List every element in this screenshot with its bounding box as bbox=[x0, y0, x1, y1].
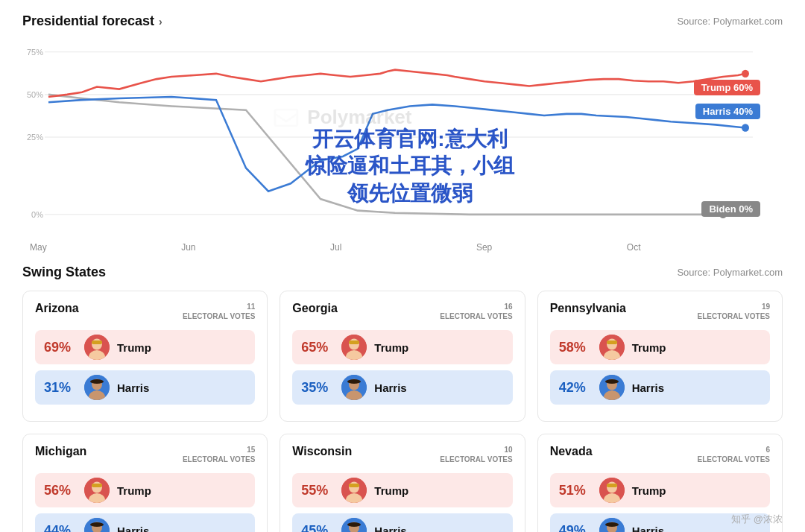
x-axis-labels: May Jun Jul Sep Oct bbox=[22, 242, 783, 253]
trump-name: Trump bbox=[374, 341, 408, 354]
trump-avatar bbox=[599, 335, 625, 360]
biden-legend: Biden 0% bbox=[701, 201, 760, 217]
svg-rect-27 bbox=[347, 379, 361, 384]
trump-name: Trump bbox=[117, 341, 151, 354]
state-card-header: Michigan 15 ELECTORAL VOTES bbox=[35, 445, 255, 464]
trump-avatar bbox=[84, 335, 110, 360]
harris-row: 31% Harris bbox=[35, 370, 255, 405]
state-card-michigan: Michigan 15 ELECTORAL VOTES 56% Trump 44… bbox=[22, 434, 268, 532]
state-card-header: Arizona 11 ELECTORAL VOTES bbox=[35, 302, 255, 321]
trump-row: 51% Trump bbox=[550, 473, 770, 507]
svg-rect-43 bbox=[90, 522, 104, 527]
harris-pct: 49% bbox=[559, 523, 592, 533]
x-label-oct: Oct bbox=[627, 242, 641, 253]
trump-pct: 65% bbox=[301, 340, 334, 355]
x-label-jun: Jun bbox=[181, 242, 195, 253]
svg-point-9 bbox=[742, 124, 749, 131]
harris-avatar bbox=[599, 375, 625, 400]
svg-point-8 bbox=[742, 70, 749, 77]
swing-source: Source: Polymarket.com bbox=[677, 267, 783, 278]
forecast-title[interactable]: Presidential forecast › bbox=[22, 13, 162, 29]
header-row: Presidential forecast › Source: Polymark… bbox=[22, 13, 783, 29]
harris-name: Harris bbox=[632, 525, 664, 533]
harris-avatar bbox=[599, 518, 625, 532]
trump-name: Trump bbox=[632, 484, 666, 497]
harris-name: Harris bbox=[632, 381, 664, 394]
harris-pct: 31% bbox=[44, 380, 77, 396]
svg-rect-39 bbox=[92, 484, 102, 487]
state-card-header: Pennsylvania 19 ELECTORAL VOTES bbox=[550, 302, 770, 321]
svg-rect-35 bbox=[605, 379, 619, 384]
harris-name: Harris bbox=[117, 525, 149, 533]
trump-row: 58% Trump bbox=[550, 330, 770, 364]
harris-row: 44% Harris bbox=[35, 513, 255, 532]
electoral-votes: 19 ELECTORAL VOTES bbox=[698, 302, 770, 321]
harris-avatar bbox=[84, 518, 110, 532]
state-card-header: Georgia 16 ELECTORAL VOTES bbox=[292, 302, 512, 321]
trump-row: 56% Trump bbox=[35, 473, 255, 507]
svg-rect-19 bbox=[90, 379, 104, 384]
electoral-votes: 10 ELECTORAL VOTES bbox=[440, 445, 512, 464]
zhihu-tag: 知乎 @浓浓 bbox=[731, 513, 783, 526]
trump-avatar bbox=[341, 478, 367, 503]
trump-pct: 55% bbox=[301, 483, 334, 498]
forecast-title-text: Presidential forecast bbox=[22, 13, 154, 29]
harris-row: 42% Harris bbox=[550, 370, 770, 405]
state-card-pennsylvania: Pennsylvania 19 ELECTORAL VOTES 58% Trum… bbox=[537, 291, 783, 422]
svg-rect-31 bbox=[607, 341, 617, 344]
harris-pct: 45% bbox=[301, 523, 334, 533]
svg-text:75%: 75% bbox=[27, 48, 43, 57]
trump-name: Trump bbox=[117, 484, 151, 497]
states-grid: Arizona 11 ELECTORAL VOTES 69% Trump 31% bbox=[22, 291, 783, 532]
state-name: Pennsylvania bbox=[550, 302, 626, 315]
trump-pct: 58% bbox=[559, 340, 592, 355]
harris-pct: 44% bbox=[44, 523, 77, 533]
harris-avatar bbox=[341, 518, 367, 532]
harris-name: Harris bbox=[374, 381, 406, 394]
electoral-votes: 11 ELECTORAL VOTES bbox=[183, 302, 255, 321]
state-card-header: Wisconsin 10 ELECTORAL VOTES bbox=[292, 445, 512, 464]
electoral-votes: 16 ELECTORAL VOTES bbox=[440, 302, 512, 321]
svg-rect-23 bbox=[349, 341, 359, 344]
state-card-header: Nevada 6 ELECTORAL VOTES bbox=[550, 445, 770, 464]
harris-avatar bbox=[84, 375, 110, 400]
state-card-wisconsin: Wisconsin 10 ELECTORAL VOTES 55% Trump 4… bbox=[280, 434, 525, 532]
state-name: Michigan bbox=[35, 445, 86, 458]
trump-pct: 51% bbox=[559, 483, 592, 498]
trump-row: 65% Trump bbox=[292, 330, 512, 364]
trump-avatar bbox=[599, 478, 625, 503]
forecast-chevron: › bbox=[159, 16, 162, 28]
trump-row: 69% Trump bbox=[35, 330, 255, 364]
svg-rect-59 bbox=[605, 522, 619, 527]
harris-pct: 42% bbox=[559, 380, 592, 396]
harris-row: 35% Harris bbox=[292, 370, 512, 405]
electoral-votes: 6 ELECTORAL VOTES bbox=[698, 445, 770, 464]
trump-name: Trump bbox=[632, 341, 666, 354]
svg-rect-47 bbox=[349, 484, 359, 487]
svg-rect-15 bbox=[92, 341, 102, 344]
trump-legend: Trump 60% bbox=[694, 80, 760, 95]
state-card-georgia: Georgia 16 ELECTORAL VOTES 65% Trump 35% bbox=[280, 291, 525, 422]
swing-title: Swing States bbox=[22, 265, 106, 280]
chart-container: 75% 50% 25% 0% Polymarket Trump 60% bbox=[22, 37, 783, 238]
x-label-jul: Jul bbox=[330, 242, 341, 253]
harris-name: Harris bbox=[374, 525, 406, 533]
svg-text:25%: 25% bbox=[27, 133, 43, 142]
state-card-arizona: Arizona 11 ELECTORAL VOTES 69% Trump 31% bbox=[22, 291, 268, 422]
svg-text:0%: 0% bbox=[31, 210, 43, 219]
x-label-sep: Sep bbox=[476, 242, 492, 253]
state-name: Georgia bbox=[292, 302, 337, 315]
harris-row: 45% Harris bbox=[292, 513, 512, 532]
trump-avatar bbox=[84, 478, 110, 503]
trump-avatar bbox=[341, 335, 367, 360]
harris-name: Harris bbox=[117, 381, 149, 394]
electoral-votes: 15 ELECTORAL VOTES bbox=[183, 445, 255, 464]
trump-pct: 56% bbox=[44, 483, 77, 498]
chart-svg: 75% 50% 25% 0% bbox=[22, 37, 783, 238]
header-source: Source: Polymarket.com bbox=[677, 16, 783, 27]
trump-pct: 69% bbox=[44, 340, 77, 355]
trump-row: 55% Trump bbox=[292, 473, 512, 507]
swing-header-row: Swing States Source: Polymarket.com bbox=[22, 265, 783, 280]
svg-rect-51 bbox=[347, 522, 361, 527]
harris-pct: 35% bbox=[301, 380, 334, 396]
